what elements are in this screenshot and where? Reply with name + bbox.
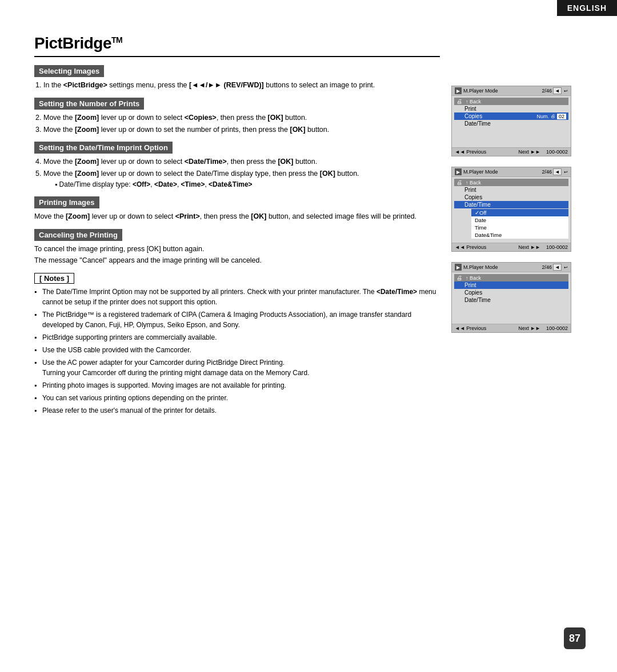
play-icon-2: ▶ <box>455 168 462 175</box>
datetime-row-3: Date/Time <box>454 296 568 304</box>
notes-list: The Date/Time Imprint Option may not be … <box>34 287 440 416</box>
language-badge: ENGLISH <box>557 0 617 16</box>
step-3: Move the [Zoom] lever up or down to set … <box>43 124 440 135</box>
note-item: Printing photo images is supported. Movi… <box>34 380 440 391</box>
section-printing: Printing Images Move the [Zoom] lever up… <box>34 196 440 222</box>
section-selecting-images: Selecting Images In the <PictBridge> set… <box>34 65 440 91</box>
section-header-selecting: Selecting Images <box>34 65 104 77</box>
next-label-2: Next ►► 100-0002 <box>518 244 568 250</box>
back-row-2: 🖨 ↑ Back <box>454 179 568 186</box>
counter-2: 2/46 ◄ ↩ <box>542 168 568 175</box>
back-row-1: 🖨 ↑ Back <box>454 98 568 105</box>
prev-label-3: ◄◄ Previous <box>455 325 486 331</box>
print-row-3: Print <box>454 281 568 289</box>
date-option: Date <box>471 216 568 224</box>
next-label-1: Next ►► 100-0002 <box>518 149 568 155</box>
cancel-line2: The message "Cancel" appears and the ima… <box>34 255 440 266</box>
section-header-prints: Setting the Number of Prints <box>34 98 144 110</box>
copies-row-2: Copies <box>454 194 568 201</box>
printing-body: Move the [Zoom] lever up or down to sele… <box>34 211 440 222</box>
print-row-1: Print <box>454 105 568 112</box>
mode-label-2: M.Player Mode <box>463 169 498 175</box>
cam-bottom-2: ◄◄ Previous Next ►► 100-0002 <box>452 243 571 251</box>
counter-3: 2/46 ◄ ↩ <box>542 264 568 271</box>
note-item: Use the USB cable provided with the Camc… <box>34 345 440 355</box>
step-2: Move the [Zoom] lever up or down to sele… <box>43 112 440 123</box>
back-row-3: 🖨 ↑ Back <box>454 274 568 281</box>
datetime-row-1: Date/Time <box>454 120 568 127</box>
note-item: The PictBridge™ is a registered trademar… <box>34 309 440 330</box>
page-title: PictBridgeTM <box>34 34 440 53</box>
copies-row-1: Copies Num. 🖨 02 <box>454 112 568 120</box>
copies-row-3: Copies <box>454 289 568 296</box>
play-icon-1: ▶ <box>455 87 462 94</box>
step-1: In the <PictBridge> settings menu, press… <box>43 80 440 91</box>
cam-screen-2: ▶ M.Player Mode 2/46 ◄ ↩ 🖨 ↑ Back <box>451 167 571 252</box>
time-option: Time <box>471 224 568 231</box>
mode-label-3: M.Player Mode <box>463 264 498 270</box>
cam-screenshots: ▶ M.Player Mode 2/46 ◄ ↩ 🖨 ↑ Back <box>451 34 583 418</box>
note-item: PictBridge supporting printers are comme… <box>34 332 440 343</box>
section-canceling: Canceling the Printing To cancel the ima… <box>34 229 440 267</box>
cam-bottom-3: ◄◄ Previous Next ►► 100-0002 <box>452 324 571 332</box>
counter-1: 2/46 ◄ ↩ <box>542 87 568 94</box>
page: ENGLISH PictBridgeTM Selecting Images In… <box>0 0 617 672</box>
section-header-datetime: Setting the Date/Time Imprint Option <box>34 142 173 154</box>
prev-label-2: ◄◄ Previous <box>455 244 486 250</box>
print-row-2: Print <box>454 186 568 194</box>
note-item: The Date/Time Imprint Option may not be … <box>34 287 440 307</box>
page-number: 87 <box>564 627 586 649</box>
cam-top-bar-3: ▶ M.Player Mode 2/46 ◄ ↩ <box>452 263 571 272</box>
prev-label-1: ◄◄ Previous <box>455 149 486 155</box>
note-item: You can set various printing options dep… <box>34 393 440 403</box>
main-content: PictBridgeTM Selecting Images In the <Pi… <box>34 34 440 418</box>
section-setting-prints: Setting the Number of Prints Move the [Z… <box>34 98 440 135</box>
note-item: Use the AC power adapter for your Camcor… <box>34 357 440 378</box>
section-datetime: Setting the Date/Time Imprint Option Mov… <box>34 142 440 190</box>
cam-screen-1: ▶ M.Player Mode 2/46 ◄ ↩ 🖨 ↑ Back <box>451 86 571 156</box>
mode-label-1: M.Player Mode <box>463 88 498 94</box>
note-item: Please refer to the user's manual of the… <box>34 405 440 416</box>
next-label-3: Next ►► 100-0002 <box>518 325 568 331</box>
cam-top-bar-1: ▶ M.Player Mode 2/46 ◄ ↩ <box>452 86 571 96</box>
datetime-dropdown: ✓Off Date Time Date&Time <box>471 209 568 239</box>
dateandtime-option: Date&Time <box>471 231 568 239</box>
cam-top-bar-2: ▶ M.Player Mode 2/46 ◄ ↩ <box>452 167 571 177</box>
notes-section: [ Notes ] The Date/Time Imprint Option m… <box>34 273 440 416</box>
datetime-subbullet: Date/Time display type: <Off>, <Date>, <… <box>55 179 440 190</box>
play-icon-3: ▶ <box>455 264 462 271</box>
cam-bottom-1: ◄◄ Previous Next ►► 100-0002 <box>452 147 571 156</box>
step-5: Move the [Zoom] lever up or down to sele… <box>43 168 440 190</box>
notes-label: [ Notes ] <box>34 273 74 284</box>
off-option: ✓Off <box>471 209 568 216</box>
step-4: Move the [Zoom] lever up or down to sele… <box>43 156 440 167</box>
cam-screen-3: ▶ M.Player Mode 2/46 ◄ ↩ 🖨 ↑ Back <box>451 262 571 333</box>
title-divider <box>34 56 440 57</box>
section-header-printing: Printing Images <box>34 196 99 208</box>
cancel-line1: To cancel the image printing, press [OK]… <box>34 244 440 255</box>
datetime-row-2: Date/Time <box>454 201 568 208</box>
section-header-canceling: Canceling the Printing <box>34 229 122 241</box>
